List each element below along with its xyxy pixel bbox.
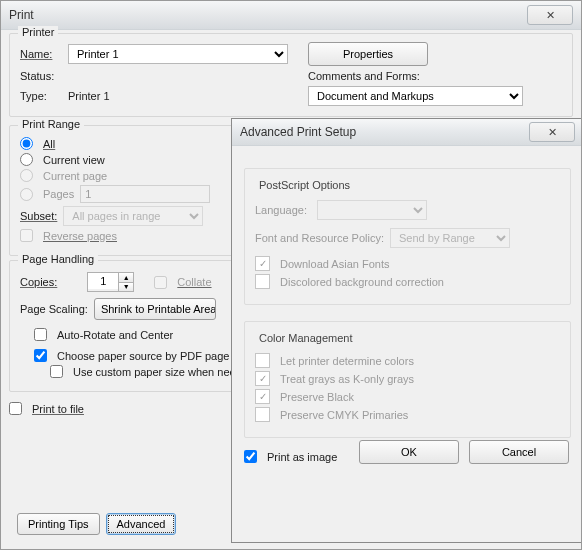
comments-forms-label: Comments and Forms: [308, 70, 428, 82]
treat-grays-label: Treat grays as K-only grays [280, 373, 414, 385]
page-handling-title: Page Handling [18, 253, 98, 265]
collate-label: Collate [177, 276, 211, 288]
ps-language-label: Language: [255, 204, 311, 216]
font-resource-policy-label: Font and Resource Policy: [255, 232, 384, 244]
subset-select: All pages in range [63, 206, 203, 226]
range-pages-input [80, 185, 210, 203]
range-current-page-radio [20, 169, 33, 182]
copies-input[interactable] [88, 273, 118, 289]
ok-button[interactable]: OK [359, 440, 459, 464]
page-scaling-label: Page Scaling: [20, 303, 88, 315]
advanced-button[interactable]: Advanced [106, 513, 177, 535]
advanced-title: Advanced Print Setup [240, 125, 356, 139]
printing-tips-button[interactable]: Printing Tips [17, 513, 100, 535]
footer-buttons: Printing Tips Advanced [17, 513, 176, 535]
range-current-view-label: Current view [43, 154, 105, 166]
download-asian-fonts-checkbox: ✓ [255, 256, 270, 271]
discolored-bg-checkbox [255, 274, 270, 289]
postscript-options-group: PostScript Options Language: Font and Re… [244, 168, 571, 305]
range-all-radio[interactable] [20, 137, 33, 150]
close-icon: ✕ [546, 10, 555, 21]
ps-language-select [317, 200, 427, 220]
print-as-image-checkbox[interactable] [244, 450, 257, 463]
advanced-print-setup-dialog: Advanced Print Setup ✕ PostScript Option… [231, 118, 582, 543]
close-icon: ✕ [548, 127, 557, 138]
advanced-titlebar: Advanced Print Setup ✕ [232, 119, 582, 146]
window-title: Print [9, 8, 34, 22]
cancel-button[interactable]: Cancel [469, 440, 569, 464]
printer-name-select[interactable]: Printer 1 [68, 44, 288, 64]
printer-name-label: Name: [20, 48, 68, 60]
print-to-file-label: Print to file [32, 403, 84, 415]
range-all-label: All [43, 138, 55, 150]
color-management-title: Color Management [255, 332, 357, 344]
preserve-black-label: Preserve Black [280, 391, 354, 403]
copies-spinner[interactable]: ▲▼ [87, 272, 134, 292]
treat-grays-checkbox: ✓ [255, 371, 270, 386]
printer-type-value: Printer 1 [68, 90, 288, 102]
range-current-page-label: Current page [43, 170, 107, 182]
download-asian-fonts-label: Download Asian Fonts [280, 258, 389, 270]
auto-rotate-checkbox[interactable] [34, 328, 47, 341]
range-current-view-radio[interactable] [20, 153, 33, 166]
print-range-group: Print Range All Current view Current pag… [9, 125, 236, 256]
printer-status-label: Status: [20, 70, 68, 82]
reverse-pages-checkbox [20, 229, 33, 242]
print-as-image-label: Print as image [267, 451, 337, 463]
titlebar: Print ✕ [1, 1, 581, 30]
advanced-close-button[interactable]: ✕ [529, 122, 575, 142]
collate-checkbox [154, 276, 167, 289]
copies-label: Copies: [20, 276, 57, 288]
spinner-up-icon[interactable]: ▲ [119, 273, 133, 282]
let-printer-determine-label: Let printer determine colors [280, 355, 414, 367]
auto-rotate-label: Auto-Rotate and Center [57, 329, 173, 341]
spinner-down-icon[interactable]: ▼ [119, 282, 133, 292]
range-pages-radio [20, 188, 33, 201]
print-dialog: Print ✕ Printer Name: Printer 1 Properti… [0, 0, 582, 550]
subset-label: Subset: [20, 210, 57, 222]
page-scaling-button[interactable]: Shrink to Printable Area [94, 298, 216, 320]
comments-forms-select[interactable]: Document and Markups [308, 86, 523, 106]
reverse-pages-label: Reverse pages [43, 230, 117, 242]
choose-paper-checkbox[interactable] [34, 349, 47, 362]
properties-button[interactable]: Properties [308, 42, 428, 66]
font-resource-policy-select: Send by Range [390, 228, 510, 248]
print-to-file-checkbox[interactable] [9, 402, 22, 415]
preserve-cmyk-label: Preserve CMYK Primaries [280, 409, 408, 421]
range-pages-label: Pages [43, 188, 74, 200]
color-management-group: Color Management Let printer determine c… [244, 321, 571, 438]
use-custom-paper-label: Use custom paper size when needed [73, 366, 254, 378]
printer-group: Printer Name: Printer 1 Properties Statu… [9, 33, 573, 117]
preserve-black-checkbox: ✓ [255, 389, 270, 404]
let-printer-determine-checkbox [255, 353, 270, 368]
preserve-cmyk-checkbox [255, 407, 270, 422]
printer-type-label: Type: [20, 90, 68, 102]
close-button[interactable]: ✕ [527, 5, 573, 25]
printer-group-title: Printer [18, 26, 58, 38]
postscript-options-title: PostScript Options [255, 179, 354, 191]
discolored-bg-label: Discolored background correction [280, 276, 444, 288]
choose-paper-label: Choose paper source by PDF page size [57, 350, 252, 362]
page-handling-group: Page Handling Copies: ▲▼ Collate Page Sc… [9, 260, 236, 392]
print-range-title: Print Range [18, 118, 84, 130]
use-custom-paper-checkbox[interactable] [50, 365, 63, 378]
